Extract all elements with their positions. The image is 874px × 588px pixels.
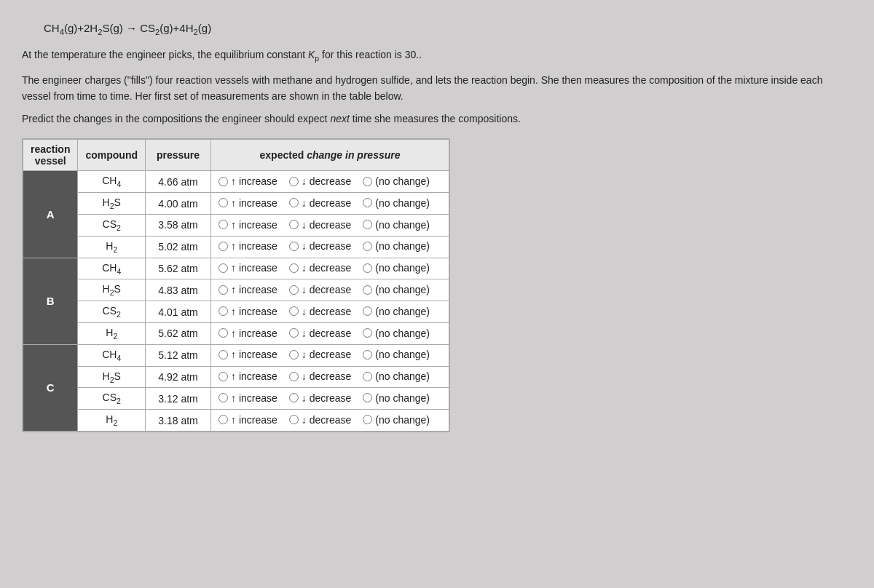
options-cell[interactable]: ↑ increase ↓ decrease (no change) — [211, 171, 449, 193]
table-row: H2S4.00 atm ↑ increase ↓ decrease (no ch… — [23, 193, 449, 215]
increase-option[interactable]: ↑ increase — [219, 175, 277, 187]
no-change-option[interactable]: (no change) — [363, 392, 430, 404]
increase-option[interactable]: ↑ increase — [219, 349, 277, 360]
pressure-cell: 5.02 atm — [146, 236, 211, 258]
options-cell[interactable]: ↑ increase ↓ decrease (no change) — [211, 344, 449, 366]
increase-option[interactable]: ↑ increase — [219, 262, 277, 274]
table-row: H25.02 atm ↑ increase ↓ decrease (no cha… — [23, 236, 449, 258]
col-header-compound: compound — [78, 140, 146, 171]
options-cell[interactable]: ↑ increase ↓ decrease (no change) — [211, 258, 449, 279]
decrease-option[interactable]: ↓ decrease — [289, 327, 351, 339]
increase-option[interactable]: ↑ increase — [219, 327, 277, 339]
col-header-expected: expected change in pressure — [211, 140, 449, 171]
compound-cell: H2 — [78, 410, 146, 432]
vessel-label-a: A — [23, 171, 78, 258]
compound-cell: H2S — [78, 366, 146, 388]
decrease-option[interactable]: ↓ decrease — [289, 306, 351, 317]
compound-cell: CH4 — [78, 258, 146, 279]
description-kp: At the temperature the engineer picks, t… — [22, 47, 852, 65]
no-change-option[interactable]: (no change) — [363, 327, 430, 339]
no-change-option[interactable]: (no change) — [363, 219, 430, 231]
pressure-cell: 4.66 atm — [146, 171, 211, 193]
increase-option[interactable]: ↑ increase — [219, 306, 277, 317]
pressure-cell: 4.83 atm — [146, 279, 211, 301]
options-cell[interactable]: ↑ increase ↓ decrease (no change) — [211, 301, 449, 323]
no-change-option[interactable]: (no change) — [363, 306, 430, 317]
decrease-option[interactable]: ↓ decrease — [289, 370, 351, 382]
increase-option[interactable]: ↑ increase — [219, 414, 277, 426]
compound-cell: H2 — [78, 236, 146, 258]
increase-option[interactable]: ↑ increase — [219, 240, 277, 252]
decrease-option[interactable]: ↓ decrease — [289, 240, 351, 252]
pressure-cell: 5.62 atm — [146, 322, 211, 344]
options-cell[interactable]: ↑ increase ↓ decrease (no change) — [211, 193, 449, 215]
compound-cell: CH4 — [78, 171, 146, 193]
options-cell[interactable]: ↑ increase ↓ decrease (no change) — [211, 236, 449, 258]
decrease-option[interactable]: ↓ decrease — [289, 219, 351, 231]
options-cell[interactable]: ↑ increase ↓ decrease (no change) — [211, 214, 449, 236]
no-change-option[interactable]: (no change) — [363, 284, 430, 295]
pressure-cell: 5.62 atm — [146, 258, 211, 279]
decrease-option[interactable]: ↓ decrease — [289, 197, 351, 209]
table-row: ACH44.66 atm ↑ increase ↓ decrease (no c… — [23, 171, 449, 193]
table-row: CS24.01 atm ↑ increase ↓ decrease (no ch… — [23, 301, 449, 323]
pressure-cell: 4.92 atm — [146, 366, 211, 388]
decrease-option[interactable]: ↓ decrease — [289, 262, 351, 274]
no-change-option[interactable]: (no change) — [363, 414, 430, 426]
pressure-cell: 4.01 atm — [146, 301, 211, 323]
decrease-option[interactable]: ↓ decrease — [289, 349, 351, 360]
data-table: reactionvessel compound pressure expecte… — [22, 138, 450, 432]
equation-block: CH4(g)+2H2S(g) → CS2(g)+4H2(g) — [44, 22, 852, 36]
table-row: CS23.12 atm ↑ increase ↓ decrease (no ch… — [23, 388, 449, 410]
options-cell[interactable]: ↑ increase ↓ decrease (no change) — [211, 322, 449, 344]
table-row: BCH45.62 atm ↑ increase ↓ decrease (no c… — [23, 258, 449, 279]
increase-option[interactable]: ↑ increase — [219, 392, 277, 404]
pressure-cell: 3.12 atm — [146, 388, 211, 410]
options-cell[interactable]: ↑ increase ↓ decrease (no change) — [211, 388, 449, 410]
no-change-option[interactable]: (no change) — [363, 175, 430, 187]
table-row: H2S4.92 atm ↑ increase ↓ decrease (no ch… — [23, 366, 449, 388]
table-row: H23.18 atm ↑ increase ↓ decrease (no cha… — [23, 410, 449, 432]
options-cell[interactable]: ↑ increase ↓ decrease (no change) — [211, 366, 449, 388]
table-row: H2S4.83 atm ↑ increase ↓ decrease (no ch… — [23, 279, 449, 301]
decrease-option[interactable]: ↓ decrease — [289, 392, 351, 404]
table-row: CS23.58 atm ↑ increase ↓ decrease (no ch… — [23, 214, 449, 236]
increase-option[interactable]: ↑ increase — [219, 219, 277, 231]
options-cell[interactable]: ↑ increase ↓ decrease (no change) — [211, 410, 449, 432]
no-change-option[interactable]: (no change) — [363, 370, 430, 382]
vessel-label-c: C — [23, 344, 78, 431]
pressure-cell: 3.58 atm — [146, 214, 211, 236]
no-change-option[interactable]: (no change) — [363, 197, 430, 209]
pressure-cell: 5.12 atm — [146, 344, 211, 366]
decrease-option[interactable]: ↓ decrease — [289, 175, 351, 187]
pressure-cell: 4.00 atm — [146, 193, 211, 215]
compound-cell: CS2 — [78, 388, 146, 410]
vessel-label-b: B — [23, 258, 78, 344]
compound-cell: H2S — [78, 279, 146, 301]
no-change-option[interactable]: (no change) — [363, 262, 430, 274]
increase-option[interactable]: ↑ increase — [219, 197, 277, 209]
decrease-option[interactable]: ↓ decrease — [289, 414, 351, 426]
compound-cell: CS2 — [78, 214, 146, 236]
col-header-vessel: reactionvessel — [23, 140, 78, 171]
table-row: CCH45.12 atm ↑ increase ↓ decrease (no c… — [23, 344, 449, 366]
compound-cell: CS2 — [78, 301, 146, 323]
description-charges: The engineer charges ("fills") four reac… — [22, 72, 852, 105]
pressure-cell: 3.18 atm — [146, 410, 211, 432]
increase-option[interactable]: ↑ increase — [219, 284, 277, 295]
decrease-option[interactable]: ↓ decrease — [289, 284, 351, 295]
no-change-option[interactable]: (no change) — [363, 349, 430, 360]
compound-cell: CH4 — [78, 344, 146, 366]
no-change-option[interactable]: (no change) — [363, 240, 430, 252]
increase-option[interactable]: ↑ increase — [219, 370, 277, 382]
col-header-pressure: pressure — [146, 140, 211, 171]
predict-text: Predict the changes in the compositions … — [22, 111, 852, 127]
table-row: H25.62 atm ↑ increase ↓ decrease (no cha… — [23, 322, 449, 344]
compound-cell: H2 — [78, 322, 146, 344]
options-cell[interactable]: ↑ increase ↓ decrease (no change) — [211, 279, 449, 301]
compound-cell: H2S — [78, 193, 146, 215]
